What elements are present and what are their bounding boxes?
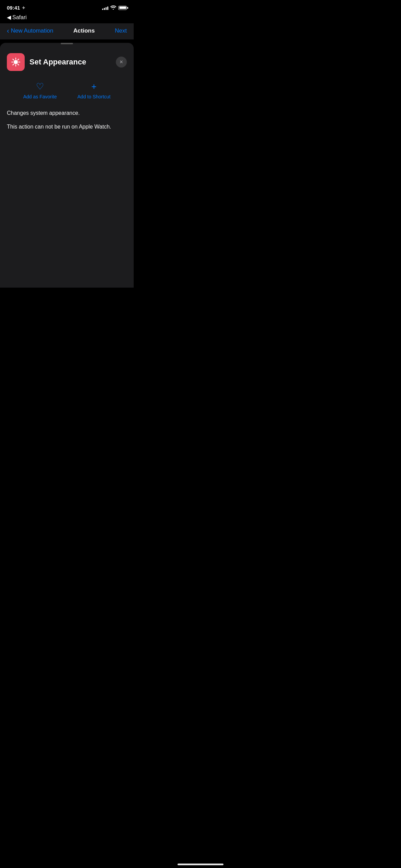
nav-back-chevron-icon: ‹ — [7, 27, 9, 35]
description-line-2: This action can not be run on Apple Watc… — [7, 123, 127, 131]
status-left: 09:41 ✈︎ — [7, 5, 25, 11]
nav-back-button[interactable]: ‹ New Automation — [7, 27, 53, 35]
safari-back-label: Safari — [12, 14, 27, 21]
add-favorite-label: Add as Favorite — [23, 94, 57, 99]
heart-icon: ♡ — [36, 81, 44, 92]
add-shortcut-label: Add to Shortcut — [77, 94, 111, 99]
svg-line-8 — [13, 64, 14, 65]
sheet-title-group: Set Appearance — [7, 53, 86, 71]
close-icon: × — [120, 59, 123, 65]
location-icon: ✈︎ — [22, 5, 25, 10]
battery — [118, 6, 127, 10]
status-right — [102, 5, 127, 11]
nav-bar: ‹ New Automation Actions Next — [0, 23, 134, 39]
nav-next-button[interactable]: Next — [115, 27, 127, 34]
battery-fill — [119, 7, 126, 9]
add-shortcut-button[interactable]: + Add to Shortcut — [77, 81, 111, 99]
plus-icon: + — [91, 81, 96, 92]
action-row: ♡ Add as Favorite + Add to Shortcut — [0, 78, 134, 108]
safari-back-bar: ◀ Safari — [0, 13, 134, 23]
signal-bar-4 — [107, 7, 108, 10]
svg-line-7 — [18, 59, 19, 60]
description-line-1: Changes system appearance. — [7, 109, 127, 117]
svg-line-6 — [18, 64, 19, 65]
sheet-title: Set Appearance — [29, 58, 86, 67]
set-appearance-icon — [7, 53, 25, 71]
signal-bars — [102, 6, 108, 10]
action-sheet: Set Appearance × ♡ Add as Favorite + Add… — [0, 43, 134, 288]
signal-bar-3 — [106, 7, 107, 10]
add-favorite-button[interactable]: ♡ Add as Favorite — [23, 81, 57, 99]
close-button[interactable]: × — [116, 57, 127, 68]
svg-line-5 — [13, 59, 14, 60]
safari-back-text[interactable]: ◀ Safari — [7, 14, 127, 21]
sheet-handle — [61, 43, 73, 44]
sheet-header: Set Appearance × — [0, 50, 134, 78]
nav-title: Actions — [73, 27, 95, 34]
safari-chevron-icon: ◀ — [7, 14, 11, 21]
nav-back-label: New Automation — [11, 27, 53, 34]
status-time: 09:41 — [7, 5, 20, 11]
svg-point-0 — [14, 60, 18, 64]
description-block: Changes system appearance. This action c… — [0, 108, 134, 138]
wifi-icon — [110, 5, 116, 11]
status-bar: 09:41 ✈︎ — [0, 0, 134, 13]
signal-bar-2 — [104, 8, 105, 10]
signal-bar-1 — [102, 9, 103, 10]
